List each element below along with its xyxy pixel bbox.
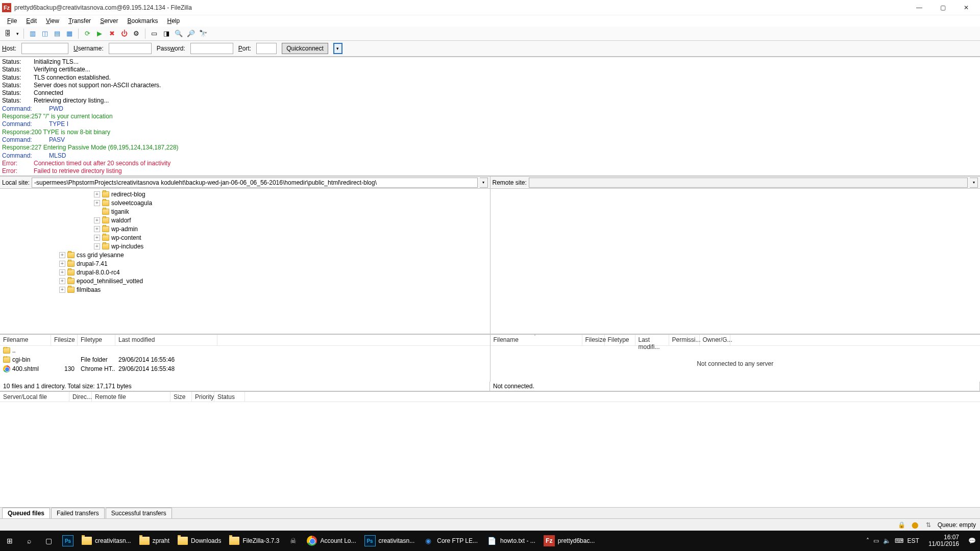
compare-icon[interactable]: ◨ — [161, 28, 172, 39]
remote-files[interactable]: Not connected to any server — [491, 346, 981, 382]
dropdown-icon[interactable]: ▾ — [14, 28, 20, 39]
expand-icon[interactable]: + — [94, 243, 100, 249]
binoculars-icon[interactable]: 🔭 — [198, 28, 209, 39]
start-button[interactable]: ⊞ — [0, 531, 19, 551]
expand-icon[interactable]: + — [59, 287, 65, 293]
language-indicator[interactable]: EST — [908, 537, 919, 544]
column-header[interactable]: Priority — [192, 392, 214, 402]
filter-icon[interactable]: ▭ — [149, 28, 160, 39]
column-header[interactable]: Server/Local file — [0, 392, 69, 402]
local-columns[interactable]: FilenameFilesizeFiletypeLast modified — [0, 335, 490, 346]
quickconnect-history-icon[interactable]: ▾ — [333, 43, 342, 54]
expand-icon[interactable]: + — [59, 261, 65, 267]
tree-item[interactable]: +solveetcoagula — [0, 198, 490, 207]
quickconnect-button[interactable]: Quickconnect — [282, 43, 328, 54]
expand-icon[interactable]: + — [94, 235, 100, 241]
expand-icon[interactable]: + — [94, 226, 100, 232]
menu-transfer[interactable]: Transfer — [64, 16, 95, 26]
column-header[interactable]: Filesize — [582, 335, 605, 345]
file-row[interactable]: 400.shtml130Chrome HT...29/06/2014 16:55… — [0, 364, 490, 373]
column-header[interactable]: Filetype — [78, 335, 115, 345]
volume-icon[interactable]: 🔈 — [883, 537, 891, 544]
username-input[interactable] — [109, 43, 152, 54]
message-log[interactable]: Status:Initializing TLS...Status:Verifyi… — [0, 57, 980, 177]
column-header[interactable]: Last modifi... — [635, 335, 669, 345]
expand-icon[interactable]: + — [59, 278, 65, 284]
column-header[interactable]: Filename˄ — [491, 335, 582, 345]
taskbar-item[interactable]: Account Lo... — [303, 531, 360, 551]
search-button[interactable]: ⌕ — [19, 531, 39, 551]
disconnect-icon[interactable]: ⏻ — [118, 28, 130, 39]
menu-edit[interactable]: Edit — [22, 16, 41, 26]
toggle-remote-icon[interactable]: ▦ — [64, 28, 75, 39]
file-row[interactable]: cgi-binFile folder29/06/2014 16:55:46 — [0, 355, 490, 364]
notifications-icon[interactable]: 💬 — [968, 537, 976, 544]
host-input[interactable] — [21, 43, 68, 54]
queue-columns[interactable]: Server/Local fileDirec...Remote fileSize… — [0, 391, 980, 402]
queue-tab[interactable]: Successful transfers — [106, 508, 172, 518]
local-site-dropdown-icon[interactable]: ▾ — [480, 178, 488, 188]
remote-columns[interactable]: Filename˄FilesizeFiletypeLast modifi...P… — [491, 335, 981, 346]
column-header[interactable]: Last modified — [115, 335, 217, 345]
taskbar-item[interactable]: ◉Core FTP LE... — [419, 531, 482, 551]
expand-icon[interactable]: + — [94, 191, 100, 197]
remote-site-path[interactable] — [529, 178, 968, 188]
port-input[interactable] — [256, 43, 277, 54]
column-header[interactable]: Size — [170, 392, 192, 402]
menu-server[interactable]: Server — [96, 16, 122, 26]
taskbar-item[interactable]: ☠ — [283, 531, 303, 551]
password-input[interactable] — [190, 43, 233, 54]
minimize-button[interactable]: — — [908, 0, 931, 15]
tree-item[interactable]: +drupal-8.0.0-rc4 — [0, 268, 490, 277]
column-header[interactable]: Filetype — [605, 335, 635, 345]
column-header[interactable]: Remote file — [92, 392, 170, 402]
site-manager-icon[interactable]: 🗄 — [2, 28, 13, 39]
expand-icon[interactable]: + — [59, 269, 65, 276]
tree-item[interactable]: +drupal-7.41 — [0, 259, 490, 268]
tree-item[interactable]: +wp-admin — [0, 224, 490, 233]
search-icon[interactable]: 🔎 — [185, 28, 197, 39]
remote-tree[interactable] — [491, 189, 981, 334]
taskbar-item[interactable]: zpraht — [135, 531, 174, 551]
column-header[interactable]: Filename — [0, 335, 51, 345]
taskbar-item[interactable]: Fzprettyd6bac... — [540, 531, 599, 551]
menu-bookmarks[interactable]: Bookmarks — [123, 16, 162, 26]
sync-browse-icon[interactable]: 🔍 — [173, 28, 184, 39]
tree-item[interactable]: +css grid ylesanne — [0, 251, 490, 259]
tree-item[interactable]: +wp-content — [0, 233, 490, 242]
local-files[interactable]: ..cgi-binFile folder29/06/2014 16:55:464… — [0, 346, 490, 382]
keyboard-icon[interactable]: ⌨ — [895, 537, 903, 544]
toggle-tree-icon[interactable]: ◫ — [39, 28, 51, 39]
taskbar-item[interactable]: Downloads — [174, 531, 225, 551]
column-header[interactable]: Direc... — [69, 392, 92, 402]
toggle-queue-icon[interactable]: ▤ — [52, 28, 63, 39]
menu-view[interactable]: View — [42, 16, 63, 26]
remote-site-dropdown-icon[interactable]: ▾ — [970, 178, 978, 188]
local-site-path[interactable]: -supermees\PhpstormProjects\creativitasn… — [32, 178, 477, 188]
taskbar-item[interactable]: Pscreativitasn... — [360, 531, 419, 551]
tree-item[interactable]: +filmibaas — [0, 285, 490, 294]
menu-help[interactable]: Help — [163, 16, 184, 26]
queue-tab[interactable]: Queued files — [2, 508, 50, 518]
process-queue-icon[interactable]: ▶ — [94, 28, 105, 39]
local-tree[interactable]: +redirect-blog+solveetcoagulatiganik+wal… — [0, 189, 490, 334]
queue-tab[interactable]: Failed transfers — [51, 508, 105, 518]
queue-body[interactable] — [0, 402, 980, 507]
taskbar-item[interactable]: 📄howto.txt - ... — [482, 531, 540, 551]
tree-item[interactable]: +redirect-blog — [0, 190, 490, 198]
column-header[interactable]: Permissi... — [669, 335, 700, 345]
expand-icon[interactable]: + — [94, 217, 100, 223]
tree-item[interactable]: +epood_tehnilised_votted — [0, 277, 490, 285]
tree-item[interactable]: tiganik — [0, 207, 490, 216]
tray-expand-icon[interactable]: ˄ — [866, 537, 869, 544]
tree-item[interactable]: +waldorf — [0, 216, 490, 224]
task-view-button[interactable]: ▢ — [39, 531, 58, 551]
battery-icon[interactable]: ▭ — [873, 537, 879, 544]
toggle-log-icon[interactable]: ▥ — [27, 28, 38, 39]
column-header[interactable]: Filesize — [51, 335, 78, 345]
column-header[interactable]: Status — [214, 392, 245, 402]
expand-icon[interactable]: + — [59, 252, 65, 258]
reconnect-icon[interactable]: ⚙ — [131, 28, 142, 39]
menu-file[interactable]: File — [3, 16, 21, 26]
clock[interactable]: 16:07 11/01/2016 — [923, 534, 964, 547]
